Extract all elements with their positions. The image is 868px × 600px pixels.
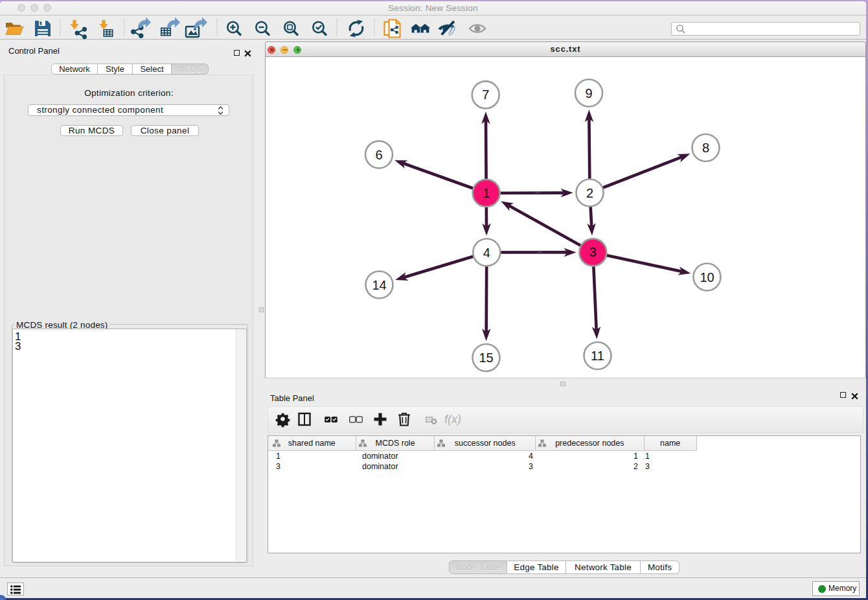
svg-text:15: 15 — [479, 351, 493, 365]
svg-text:1: 1 — [483, 186, 490, 200]
svg-text:14: 14 — [372, 278, 386, 292]
svg-text:2: 2 — [586, 186, 593, 200]
svg-text:3: 3 — [589, 245, 597, 259]
svg-text:6: 6 — [375, 148, 382, 162]
svg-text:7: 7 — [482, 87, 489, 102]
svg-text:9: 9 — [585, 86, 592, 100]
svg-text:f(x): f(x) — [444, 413, 461, 426]
svg-text:4: 4 — [483, 246, 490, 260]
svg-text:11: 11 — [591, 349, 604, 363]
svg-text:8: 8 — [702, 141, 709, 155]
svg-text:10: 10 — [700, 270, 714, 284]
